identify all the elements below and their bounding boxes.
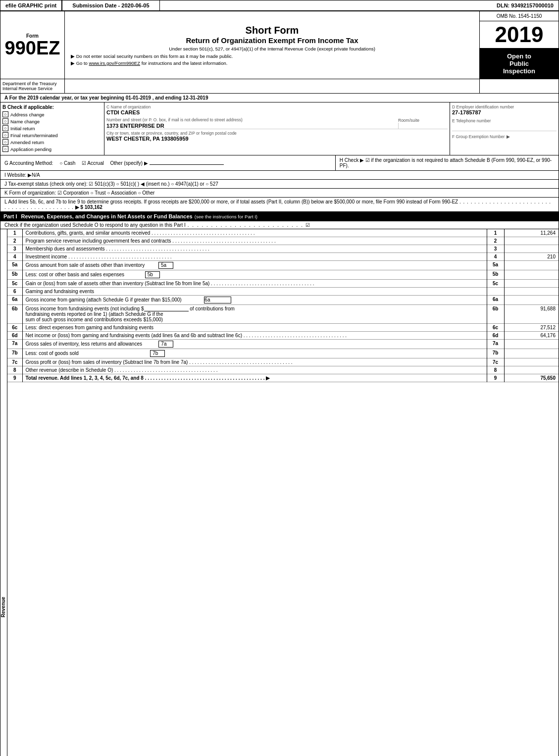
line-ref-cell: 5b [487, 270, 504, 280]
line-number-cell: 6 [7, 288, 22, 296]
line-desc-cell: Less: cost or other basis and sales expe… [22, 270, 487, 280]
dept-label: Department of the Treasury Internal Reve… [0, 79, 65, 94]
initial-return-label: Initial return [10, 126, 35, 131]
line-desc-cell: Contributions, gifts, grants, and simila… [22, 229, 487, 237]
section-d: D Employer identification number 27-1785… [450, 102, 559, 155]
line-ref-cell: 6d [487, 332, 504, 340]
line-ref-cell: 1 [487, 229, 504, 237]
address-change-row: ○ Address change [2, 111, 102, 117]
return-title: Return of Organization Exempt From Incom… [71, 36, 473, 45]
amended-return-label: Amended return [10, 140, 44, 145]
line-desc-cell: Total revenue. Add lines 1, 2, 3, 4, 5c,… [22, 374, 487, 382]
section-j: J Tax-exempt status (check only one): ☑ … [0, 180, 559, 189]
room-value [398, 123, 448, 129]
table-row: 7cGross profit or (loss) from sales of i… [7, 358, 559, 366]
table-row: 5cGain or (loss) from sale of assets oth… [7, 280, 559, 288]
omb-number: OMB No. 1545-1150 [480, 11, 559, 21]
right-header: OMB No. 1545-1150 2019 Open to Public In… [480, 11, 559, 79]
line-ref-cell: 4 [487, 253, 504, 261]
section-b-title: B Check if applicable: [2, 104, 102, 110]
section-h: H Check ▶ ☑ if the organization is not r… [335, 155, 559, 171]
line-desc-cell: Gross profit or (loss) from sales of inv… [22, 358, 487, 366]
line-desc-cell: Less: cost of goods sold 7b [22, 349, 487, 358]
line-desc-cell: Gross sales of inventory, less returns a… [22, 340, 487, 349]
name-change-row: ○ Name change [2, 118, 102, 124]
line-amount-cell [504, 270, 559, 280]
center-header: Short Form Return of Organization Exempt… [65, 11, 480, 79]
under-section: Under section 501(c), 527, or 4947(a)(1)… [71, 46, 473, 51]
section-l: L Add lines 5b, 6c, and 7b to line 9 to … [0, 198, 559, 212]
line-ref-cell: 5a [487, 261, 504, 270]
table-row: 6Gaming and fundraising events [7, 288, 559, 296]
section-g: G Accounting Method: ○ Cash ☑ Accrual Ot… [0, 155, 336, 171]
line-desc-cell: Membership dues and assessments . . . . … [22, 245, 487, 253]
line-ref-cell: 2 [487, 237, 504, 245]
part-i-header: Part I Revenue, Expenses, and Changes in… [0, 212, 559, 221]
line-ref-cell [487, 288, 504, 296]
table-row: 2Program service revenue including gover… [7, 237, 559, 245]
final-return-checkbox[interactable]: ○ [2, 132, 8, 138]
line-number-cell: 3 [7, 245, 22, 253]
address-field-label: Number and street (or P. O. box, if mail… [106, 117, 398, 123]
line-ref-cell: 7a [487, 340, 504, 349]
table-row: 6bGross income from fundraising events (… [7, 305, 559, 324]
table-row: 4Investment income . . . . . . . . . . .… [7, 253, 559, 261]
line-ref-cell: 3 [487, 245, 504, 253]
application-pending-row: ○ Application pending [2, 146, 102, 152]
amended-return-checkbox[interactable]: ○ [2, 139, 8, 145]
line-amount-cell: 210 [504, 253, 559, 261]
line-amount-cell [504, 366, 559, 374]
line-number-cell: 7c [7, 358, 22, 366]
line-desc-cell: Investment income . . . . . . . . . . . … [22, 253, 487, 261]
address-change-label: Address change [10, 112, 45, 117]
line-ref-cell: 9 [487, 374, 504, 382]
initial-return-checkbox[interactable]: ○ [2, 125, 8, 131]
name-change-checkbox[interactable]: ○ [2, 118, 8, 124]
form-990ez: 990EZ [2, 39, 62, 57]
address-value: 1373 ENTERPRISE DR [106, 123, 398, 129]
line-ref-cell: 6a [487, 296, 504, 305]
line-number-cell: 1 [7, 229, 22, 237]
section-i: I Website: ▶N/A [0, 171, 559, 180]
line-amount-cell: 27,512 [504, 324, 559, 332]
line-amount-cell: 75,650 [504, 374, 559, 382]
final-return-row: ○ Final return/terminated [2, 132, 102, 138]
table-row: 8Other revenue (describe in Schedule O) … [7, 366, 559, 374]
line-ref-cell: 5c [487, 280, 504, 288]
line-amount-cell [504, 245, 559, 253]
amended-return-row: ○ Amended return [2, 139, 102, 145]
address-change-checkbox[interactable]: ○ [2, 111, 8, 117]
line-number-cell: 5a [7, 261, 22, 270]
dept-instructions [65, 79, 480, 94]
name-label: C Name of organization [106, 104, 448, 109]
table-row: 7bLess: cost of goods sold 7b7b [7, 349, 559, 358]
revenue-inner-table: 1Contributions, gifts, grants, and simil… [7, 229, 559, 382]
form-number-area: Form 990EZ [0, 11, 65, 79]
line-amount-cell: 64,176 [504, 332, 559, 340]
top-bar: efile GRAPHIC print Submission Date - 20… [0, 0, 559, 11]
line-number-cell: 4 [7, 253, 22, 261]
do-not-enter: ▶ Do not enter social security numbers o… [71, 53, 473, 59]
line-desc-cell: Program service revenue including govern… [22, 237, 487, 245]
efile-label: efile GRAPHIC print [0, 0, 62, 10]
section-b: B Check if applicable: ○ Address change … [0, 102, 104, 155]
name-change-label: Name change [10, 119, 40, 124]
line-desc-cell: Gain or (loss) from sale of assets other… [22, 280, 487, 288]
table-row: 6cLess: direct expenses from gaming and … [7, 324, 559, 332]
line-number-cell: 6d [7, 332, 22, 340]
final-return-label: Final return/terminated [10, 133, 58, 138]
table-row: 6aGross income from gaming (attach Sched… [7, 296, 559, 305]
initial-return-row: ○ Initial return [2, 125, 102, 131]
line-amount-cell: 11,264 [504, 229, 559, 237]
line-ref-cell: 8 [487, 366, 504, 374]
dln: DLN: 93492157000010 [492, 0, 559, 10]
line-ref-cell: 6b [487, 305, 504, 324]
application-pending-checkbox[interactable]: ○ [2, 146, 8, 152]
line-number-cell: 8 [7, 366, 22, 374]
section-c: C Name of organization CTDI CARES Number… [104, 102, 450, 155]
revenue-section-wrapper: Revenue 1Contributions, gifts, grants, a… [0, 229, 559, 756]
line-ref-cell: 7c [487, 358, 504, 366]
open-to-public-box: Open to Public Inspection [480, 49, 559, 79]
line-ref-cell: 7b [487, 349, 504, 358]
table-row: 5aGross amount from sale of assets other… [7, 261, 559, 270]
